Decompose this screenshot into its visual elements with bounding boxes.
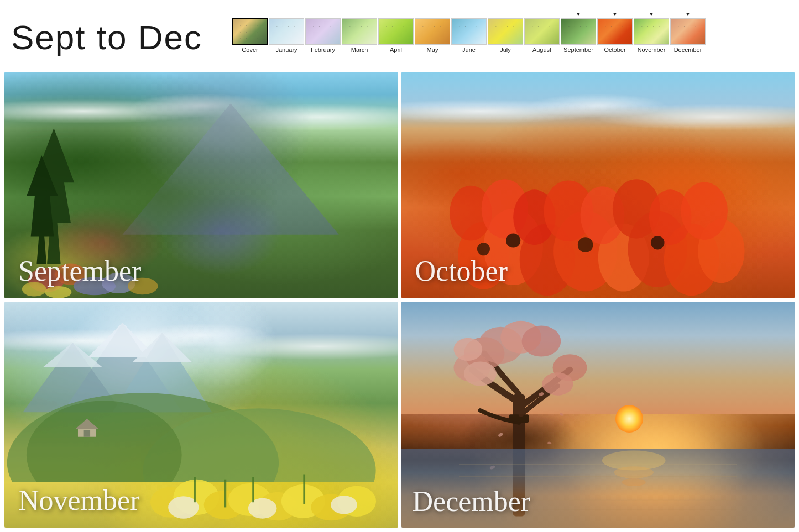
page-title: Sept to Dec (11, 20, 202, 55)
thumb-item-june[interactable]: ▼June (451, 11, 487, 53)
thumb-item-august[interactable]: ▼August (524, 11, 560, 53)
thumb-item-february[interactable]: ▼February (305, 11, 341, 53)
thumb-label-november: November (638, 46, 666, 53)
svg-point-25 (477, 243, 489, 256)
header: Sept to Dec ▼Cover▼January▼February▼Marc… (0, 0, 799, 72)
thumb-item-september[interactable]: ▼September (561, 11, 596, 53)
svg-rect-51 (253, 477, 255, 502)
svg-point-78 (614, 466, 654, 478)
thumb-img-june (451, 18, 487, 45)
svg-point-7 (45, 286, 71, 298)
label-october: October (415, 255, 508, 287)
thumb-arrow-october: ▼ (612, 11, 618, 17)
thumb-img-march (342, 18, 377, 45)
svg-point-60 (464, 361, 497, 386)
thumb-img-cover (232, 18, 268, 45)
daffodils-november (122, 426, 398, 528)
panel-october: October (401, 72, 795, 298)
svg-rect-55 (84, 430, 90, 437)
panel-november: November (4, 302, 398, 528)
svg-point-70 (547, 441, 552, 445)
panel-december: December (401, 302, 795, 528)
thumb-arrow-november: ▼ (649, 11, 654, 17)
label-september: September (18, 255, 141, 287)
thumb-item-april[interactable]: ▼April (378, 11, 414, 53)
thumb-item-july[interactable]: ▼July (488, 11, 523, 53)
thumb-label-may: May (427, 46, 438, 53)
svg-point-66 (454, 338, 483, 361)
thumbnails-strip: ▼Cover▼January▼February▼March▼April▼May▼… (232, 6, 788, 53)
thumb-img-july (488, 18, 523, 45)
thumb-label-march: March (351, 46, 368, 53)
svg-point-48 (331, 496, 358, 514)
thumb-label-october: October (604, 46, 625, 53)
thumb-label-june: June (462, 46, 476, 53)
thumb-label-august: August (532, 46, 551, 53)
thumb-label-cover: Cover (242, 46, 258, 53)
panel-september: September (4, 72, 398, 298)
thumb-label-april: April (390, 46, 402, 53)
thumb-item-october[interactable]: ▼October (597, 11, 633, 53)
thumb-label-january: January (275, 46, 297, 53)
sun-december (615, 405, 643, 433)
thumb-img-april (378, 18, 414, 45)
thumb-img-november (634, 18, 669, 45)
thumb-label-july: July (500, 46, 511, 53)
svg-point-27 (577, 238, 593, 253)
thumb-label-september: September (563, 46, 593, 53)
svg-point-62 (542, 372, 573, 395)
svg-marker-54 (76, 419, 98, 429)
thumb-item-cover[interactable]: ▼Cover (232, 11, 268, 53)
svg-point-28 (650, 236, 664, 250)
thumb-arrow-september: ▼ (576, 11, 581, 17)
house-november (75, 419, 99, 437)
thumb-img-february (305, 18, 341, 45)
thumb-img-october (597, 18, 633, 45)
svg-rect-52 (304, 474, 306, 503)
title-area: Sept to Dec (11, 6, 221, 69)
svg-point-65 (522, 326, 561, 357)
label-november: November (18, 484, 139, 517)
svg-point-68 (560, 413, 564, 416)
thumb-img-august (524, 18, 560, 45)
thumb-img-may (415, 18, 450, 45)
thumb-img-september (561, 18, 596, 45)
thumb-label-december: December (674, 46, 702, 53)
svg-point-26 (506, 234, 520, 248)
svg-rect-49 (194, 477, 196, 502)
label-december: December (412, 485, 531, 518)
thumb-item-march[interactable]: ▼March (342, 11, 377, 53)
thumb-item-november[interactable]: ▼November (634, 11, 669, 53)
thumb-label-february: February (311, 46, 335, 53)
svg-rect-50 (224, 479, 227, 507)
thumb-img-january (269, 18, 304, 45)
main-grid: September Octo (0, 72, 799, 532)
svg-point-69 (498, 432, 504, 438)
svg-point-79 (622, 478, 645, 486)
thumb-img-december (670, 18, 706, 45)
thumb-item-january[interactable]: ▼January (269, 11, 304, 53)
thumb-arrow-december: ▼ (685, 11, 691, 17)
svg-point-24 (681, 182, 727, 240)
thumb-item-may[interactable]: ▼May (415, 11, 450, 53)
thumb-item-december[interactable]: ▼December (670, 11, 706, 53)
